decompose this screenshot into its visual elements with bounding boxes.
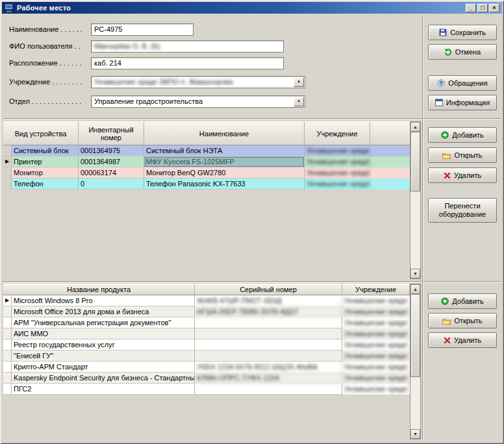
- software-row[interactable]: АИС ММОУкчмвшение нрвдп ЗВПО: [3, 328, 410, 339]
- column-header-software-org[interactable]: Учреждение: [342, 284, 410, 295]
- scroll-track[interactable]: [410, 132, 420, 269]
- column-header-serial-number[interactable]: Серийный номер: [195, 284, 342, 295]
- software-row[interactable]: Microsoft Office 2013 для дома и бизнеса…: [3, 306, 410, 317]
- software-org-cell-redacted[interactable]: Укчмвшение нрвдп ЗВПО: [342, 373, 410, 384]
- scroll-up-icon[interactable]: ▲: [410, 284, 420, 294]
- chevron-down-icon[interactable]: ▼: [294, 97, 304, 106]
- software-org-cell-redacted[interactable]: Укчмвшение нрвдп ЗВПО: [342, 384, 410, 395]
- device-name-cell[interactable]: Телефон Panasonic KX-T7633: [144, 179, 305, 190]
- serial-number-cell-redacted[interactable]: УКЕН 1234-5678-9012 ШЩЗХ-ФЫВА: [195, 362, 342, 373]
- product-name-cell[interactable]: Реестр государственных услуг: [12, 339, 195, 351]
- serial-number-cell[interactable]: [195, 339, 342, 351]
- device-type-cell[interactable]: Монитор: [12, 167, 79, 179]
- device-row[interactable]: Системный блок0001364975Системный блок Н…: [3, 145, 410, 156]
- column-header-product-name[interactable]: Название продукта: [3, 284, 195, 295]
- device-type-cell[interactable]: Системный блок: [12, 145, 79, 156]
- scroll-thumb[interactable]: [410, 294, 420, 377]
- appeals-button[interactable]: ? Обращения: [428, 75, 497, 91]
- device-inventory-cell[interactable]: 000063174: [79, 167, 144, 179]
- software-open-button-label: Открыть: [454, 317, 482, 325]
- software-row[interactable]: Kaspersky Endpoint Security для бизнеса …: [3, 373, 410, 384]
- device-name-cell[interactable]: Монитор BenQ GW2780: [144, 167, 305, 179]
- software-org-cell-redacted[interactable]: Укчмвшение нрвдп ЗВПО: [342, 306, 410, 317]
- product-name-cell[interactable]: АРМ "Универсальная регистрация документо…: [12, 317, 195, 328]
- transfer-equipment-button[interactable]: Перенести оборудование: [428, 198, 497, 223]
- device-type-cell[interactable]: Телефон: [12, 179, 79, 190]
- product-name-cell[interactable]: Kaspersky Endpoint Security для бизнеса …: [12, 373, 195, 384]
- software-row[interactable]: Крипто-АРМ СтандартУКЕН 1234-5678-9012 Ш…: [3, 362, 410, 373]
- device-delete-button[interactable]: Удалить: [428, 167, 497, 183]
- device-open-button[interactable]: Открыть: [428, 147, 497, 163]
- scroll-down-icon[interactable]: ▼: [410, 269, 420, 278]
- serial-number-cell-redacted[interactable]: КЛМН-ОПРС-ТУФХ-1234: [195, 373, 342, 384]
- device-org-cell-redacted[interactable]: Укчмвшение нрвдп ЗВПО: [305, 156, 370, 167]
- scroll-down-icon[interactable]: ▼: [410, 429, 420, 439]
- save-button[interactable]: Сохранить: [428, 25, 497, 40]
- device-add-button[interactable]: Добавить: [428, 127, 497, 143]
- device-name-cell[interactable]: МФУ Kyocera FS-1025MFP: [144, 156, 305, 167]
- row-marker: ▶: [3, 295, 12, 306]
- serial-number-cell[interactable]: [195, 384, 342, 395]
- product-name-cell[interactable]: "Енисей ГУ": [12, 351, 195, 362]
- serial-number-cell[interactable]: [195, 317, 342, 328]
- product-name-cell[interactable]: Microsoft Office 2013 для дома и бизнеса: [12, 306, 195, 317]
- device-inventory-cell[interactable]: 0001364975: [79, 145, 144, 156]
- column-header-device-type[interactable]: Вид устройства: [3, 121, 79, 145]
- software-add-button[interactable]: Добавить: [428, 293, 497, 309]
- device-row[interactable]: Телефон0Телефон Panasonic KX-T7633Укчмвш…: [3, 179, 410, 190]
- chevron-down-icon[interactable]: ▼: [294, 77, 304, 87]
- software-row[interactable]: АРМ "Универсальная регистрация документо…: [3, 317, 410, 328]
- serial-number-cell-redacted[interactable]: НГШ4-2КЕР-ТВ8М-ЗХЛ9-ФД37: [195, 306, 342, 317]
- software-row[interactable]: "Енисей ГУ"Укчмвшение нрвдп ЗВПО: [3, 351, 410, 362]
- scroll-track[interactable]: [410, 294, 420, 429]
- software-org-cell-redacted[interactable]: Укчмвшение нрвдп ЗВПО: [342, 339, 410, 351]
- title-bar[interactable]: Рабочее место _ □ ×: [2, 2, 502, 14]
- device-row[interactable]: ▶Принтер0001364987МФУ Kyocera FS-1025MFP…: [3, 156, 410, 167]
- software-delete-button[interactable]: Удалить: [428, 332, 497, 348]
- software-org-cell-redacted[interactable]: Укчмвшение нрвдп ЗВПО: [342, 317, 410, 328]
- serial-number-cell[interactable]: [195, 351, 342, 362]
- column-header-device-name[interactable]: Наименование: [144, 121, 305, 145]
- product-name-cell[interactable]: Крипто-АРМ Стандарт: [12, 362, 195, 373]
- device-org-cell-redacted[interactable]: Укчмвшение нрвдп ЗВПО: [305, 167, 370, 179]
- undo-arrow-icon: [444, 48, 452, 56]
- name-input[interactable]: PC-4975: [91, 23, 194, 36]
- user-fio-input[interactable]: Мвкчнрёва О. В. (Б): [91, 40, 284, 53]
- department-combobox[interactable]: Управление градостроительства ▼: [91, 95, 305, 108]
- software-org-cell-redacted[interactable]: Укчмвшение нрвдп ЗВПО: [342, 295, 410, 306]
- column-header-inventory-number[interactable]: Инвентарный номер: [79, 121, 144, 145]
- serial-number-cell[interactable]: [195, 328, 342, 339]
- device-type-cell[interactable]: Принтер: [12, 156, 79, 167]
- device-row[interactable]: Монитор000063174Монитор BenQ GW2780Укчмв…: [3, 167, 410, 179]
- product-name-cell[interactable]: АИС ММО: [12, 328, 195, 339]
- device-org-cell-redacted[interactable]: Укчмвшение нрвдп ЗВПО: [305, 179, 370, 190]
- software-row[interactable]: ▶Microsoft Windows 8 ProЖНКВ-47ШР-ПМ2Т-Х…: [3, 295, 410, 306]
- device-inventory-cell[interactable]: 0: [79, 179, 144, 190]
- minimize-button[interactable]: _: [466, 4, 476, 12]
- column-header-device-org[interactable]: Учреждение: [305, 121, 370, 145]
- section-divider: [3, 281, 501, 282]
- software-org-cell-redacted[interactable]: Укчмвшение нрвдп ЗВПО: [342, 351, 410, 362]
- software-row[interactable]: ПГС2Укчмвшение нрвдп ЗВПО: [3, 384, 410, 395]
- device-inventory-cell[interactable]: 0001364987: [79, 156, 144, 167]
- location-input[interactable]: каб. 214: [91, 57, 284, 69]
- scroll-up-icon[interactable]: ▲: [410, 122, 420, 132]
- close-button[interactable]: ×: [489, 4, 499, 12]
- scroll-thumb[interactable]: [410, 132, 420, 191]
- department-label: Отдел . . . . . . . . . . . . .: [9, 97, 81, 105]
- devices-scrollbar[interactable]: ▲ ▼: [410, 121, 421, 279]
- maximize-button[interactable]: □: [477, 4, 488, 12]
- organization-combobox[interactable]: Укчмвшение нрвдп ЗВПО п. Жвмшчнрпва ▼: [91, 76, 305, 88]
- information-button[interactable]: Информация: [428, 95, 497, 110]
- device-name-cell[interactable]: Системный блок НЭТА: [144, 145, 305, 156]
- software-open-button[interactable]: Открыть: [428, 313, 497, 328]
- software-org-cell-redacted[interactable]: Укчмвшение нрвдп ЗВПО: [342, 362, 410, 373]
- product-name-cell[interactable]: Microsoft Windows 8 Pro: [12, 295, 195, 306]
- serial-number-cell-redacted[interactable]: ЖНКВ-47ШР-ПМ2Т-ХЕ9Д: [195, 295, 342, 306]
- cancel-button[interactable]: Отмена: [428, 44, 497, 60]
- device-org-cell-redacted[interactable]: Укчмвшение нрвдп ЗВПО: [305, 145, 370, 156]
- software-scrollbar[interactable]: ▲ ▼: [410, 284, 421, 439]
- software-row[interactable]: Реестр государственных услугУкчмвшение н…: [3, 339, 410, 351]
- product-name-cell[interactable]: ПГС2: [12, 384, 195, 395]
- software-org-cell-redacted[interactable]: Укчмвшение нрвдп ЗВПО: [342, 328, 410, 339]
